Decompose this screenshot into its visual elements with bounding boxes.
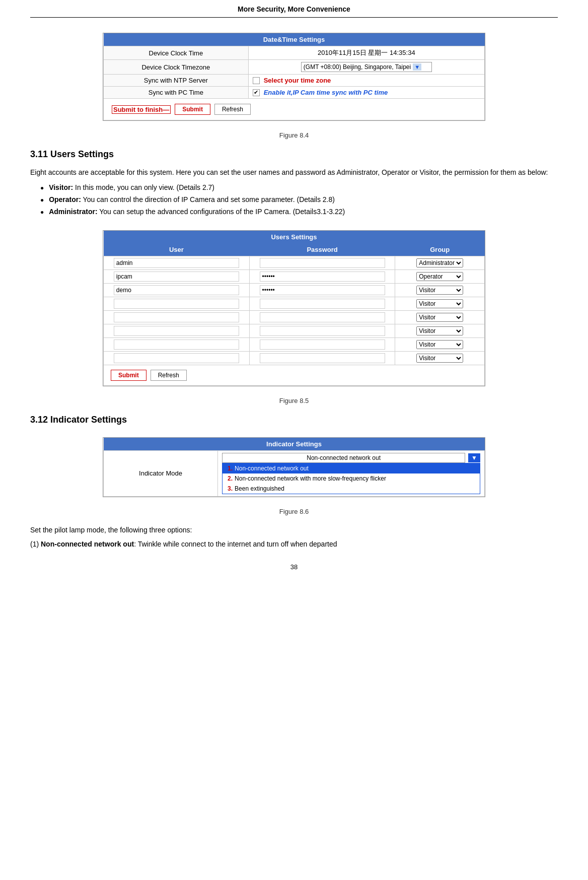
group-cell: AdministratorOperatorVisitor: [395, 324, 485, 337]
dropdown-item-2[interactable]: 2. Non-connected network with more slow-…: [223, 473, 480, 484]
password-cell: [249, 310, 395, 324]
password-cell: [249, 297, 395, 310]
figure-84-container: Date&Time Settings Device Clock Time 201…: [103, 33, 485, 121]
dt-button-row: Submit to finish— Submit Refresh: [104, 99, 485, 120]
password-input[interactable]: [260, 340, 385, 350]
password-cell: [249, 324, 395, 337]
figure-85-caption: Figure 8.5: [30, 397, 558, 404]
dt-refresh-button[interactable]: Refresh: [214, 104, 251, 115]
password-cell: [249, 269, 395, 283]
user-cell: [104, 283, 250, 297]
password-input[interactable]: [260, 353, 385, 363]
ind-table-title: Indicator Settings: [104, 438, 485, 451]
ind-mode-value-cell: Non-connected network out ▼ 1. Non-conne…: [218, 450, 485, 496]
timezone-value: (GMT +08:00) Beijing, Singapore, Taipei: [304, 63, 411, 71]
timezone-select[interactable]: (GMT +08:00) Beijing, Singapore, Taipei …: [301, 62, 432, 72]
group-cell: AdministratorOperatorVisitor: [395, 310, 485, 324]
group-cell: AdministratorOperatorVisitor: [395, 351, 485, 365]
user-input[interactable]: [114, 326, 239, 336]
group-select[interactable]: AdministratorOperatorVisitor: [416, 299, 463, 308]
select-arrow-icon: ▼: [413, 63, 421, 71]
table-row: AdministratorOperatorVisitor: [104, 324, 485, 337]
dt-value-clocktime: 2010年11月15日 星期一 14:35:34: [248, 46, 484, 60]
dt-value-timezone: (GMT +08:00) Beijing, Singapore, Taipei …: [248, 60, 484, 75]
password-input[interactable]: [260, 258, 385, 268]
item-num-3: 3.: [226, 485, 235, 492]
bullet-label-visitor: Visitor:: [49, 183, 73, 191]
dropdown-item-1[interactable]: 1. Non-connected network out: [223, 463, 480, 473]
table-row: AdministratorOperatorVisitor: [104, 256, 485, 269]
datetime-settings-table: Date&Time Settings Device Clock Time 201…: [103, 33, 485, 120]
password-input[interactable]: [260, 285, 385, 295]
ntp-checkbox-cell: Select your time zone: [253, 77, 480, 84]
user-cell: [104, 337, 250, 351]
table-row: AdministratorOperatorVisitor: [104, 297, 485, 310]
header-title: More Security, More Convenience: [238, 5, 350, 13]
user-input[interactable]: [114, 353, 239, 363]
table-row: Indicator Mode Non-connected network out…: [104, 450, 485, 496]
group-select[interactable]: AdministratorOperatorVisitor: [416, 272, 463, 281]
item-text-3: Been extinguished: [235, 485, 284, 492]
dt-label-pc-sync: Sync with PC Time: [104, 87, 249, 99]
list-item: Operator: You can control the direction …: [40, 194, 558, 206]
ntp-checkbox[interactable]: [253, 77, 260, 84]
password-cell: [249, 351, 395, 365]
table-row-buttons: Submit Refresh: [104, 365, 485, 385]
user-input[interactable]: [114, 272, 239, 282]
body-text-2-bold: Non-connected network out: [41, 540, 134, 548]
password-input[interactable]: [260, 312, 385, 322]
users-refresh-button[interactable]: Refresh: [151, 370, 187, 381]
table-row: AdministratorOperatorVisitor: [104, 269, 485, 283]
password-input[interactable]: [260, 326, 385, 336]
item-text-2: Non-connected network with more slow-fre…: [235, 475, 386, 482]
figure-85-container: Users Settings User Password Group Admin…: [103, 230, 485, 386]
pc-sync-checkbox-cell: ✔ Enable it,IP Cam time sync with PC tim…: [253, 89, 480, 96]
table-row: AdministratorOperatorVisitor: [104, 337, 485, 351]
ind-dropdown-arrow[interactable]: ▼: [468, 453, 480, 462]
section-311-intro: Eight accounts are acceptable for this s…: [30, 167, 558, 178]
col-header-group: Group: [395, 243, 485, 256]
page-header: More Security, More Convenience: [30, 0, 558, 18]
group-select[interactable]: AdministratorOperatorVisitor: [416, 286, 463, 295]
group-select[interactable]: AdministratorOperatorVisitor: [416, 258, 463, 267]
password-input[interactable]: [260, 272, 385, 282]
pc-sync-checkbox[interactable]: ✔: [253, 89, 260, 96]
dt-value-ntp: Select your time zone: [248, 75, 484, 87]
group-cell: AdministratorOperatorVisitor: [395, 256, 485, 269]
dt-submit-button[interactable]: Submit: [175, 104, 210, 115]
indicator-settings-table: Indicator Settings Indicator Mode Non-co…: [103, 438, 485, 497]
password-input[interactable]: [260, 299, 385, 309]
group-select[interactable]: AdministratorOperatorVisitor: [416, 313, 463, 322]
bullet-label-admin: Administrator:: [49, 208, 97, 216]
user-input[interactable]: [114, 299, 239, 309]
dt-value-pc-sync: ✔ Enable it,IP Cam time sync with PC tim…: [248, 87, 484, 99]
dropdown-item-3[interactable]: 3. Been extinguished: [223, 484, 480, 494]
user-input[interactable]: [114, 285, 239, 295]
user-cell: [104, 324, 250, 337]
section-312-heading: 3.12 Indicator Settings: [30, 415, 558, 425]
table-row-buttons: Submit to finish— Submit Refresh: [104, 99, 485, 120]
users-submit-button[interactable]: Submit: [111, 370, 146, 381]
figure-84-wrapper: Date&Time Settings Device Clock Time 201…: [30, 28, 558, 127]
bullet-text-visitor: In this mode, you can only view. (Detail…: [73, 183, 214, 191]
group-select[interactable]: AdministratorOperatorVisitor: [416, 326, 463, 335]
section-311-bullets: Visitor: In this mode, you can only view…: [40, 182, 558, 218]
table-row: Device Clock Time 2010年11月15日 星期一 14:35:…: [104, 46, 485, 60]
table-row: AdministratorOperatorVisitor: [104, 351, 485, 365]
user-input[interactable]: [114, 312, 239, 322]
group-select[interactable]: AdministratorOperatorVisitor: [416, 354, 463, 363]
dt-btn-container: Submit to finish— Submit Refresh: [108, 101, 480, 118]
user-cell: [104, 256, 250, 269]
ind-dropdown-menu: 1. Non-connected network out 2. Non-conn…: [222, 463, 480, 494]
dt-label-clocktime: Device Clock Time: [104, 46, 249, 60]
user-input[interactable]: [114, 340, 239, 350]
user-cell: [104, 310, 250, 324]
group-cell: AdministratorOperatorVisitor: [395, 269, 485, 283]
item-num-2: 2.: [226, 475, 235, 482]
group-cell: AdministratorOperatorVisitor: [395, 283, 485, 297]
users-table-title: Users Settings: [104, 231, 485, 243]
col-header-user: User: [104, 243, 250, 256]
ind-dropdown-value: Non-connected network out: [222, 453, 465, 463]
group-select[interactable]: AdministratorOperatorVisitor: [416, 340, 463, 349]
user-input[interactable]: [114, 258, 239, 268]
